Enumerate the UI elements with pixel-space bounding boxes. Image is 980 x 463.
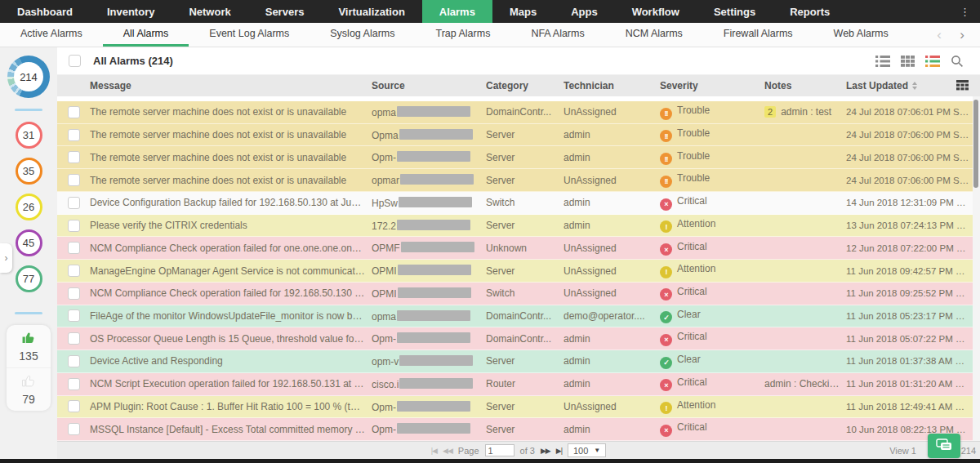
table-row[interactable]: ManageEngine OpManager Agent Service is …: [57, 260, 980, 283]
alarm-message[interactable]: FileAge of the monitor WindowsUpdateFile…: [90, 310, 372, 322]
nav-item-alarms[interactable]: Alarms: [422, 0, 492, 23]
alarm-message[interactable]: NCM Compliance Check operation failed fo…: [90, 243, 372, 254]
row-checkbox[interactable]: [68, 309, 80, 322]
table-row[interactable]: Device Configuration Backup failed for 1…: [57, 192, 980, 215]
nav-item-network[interactable]: Network: [172, 0, 247, 23]
severity-count-35[interactable]: 35: [16, 158, 42, 185]
table-row[interactable]: APM Plugin: Root Cause : 1. Buffer Hit R…: [57, 396, 980, 419]
nav-item-virtualization[interactable]: Virtualization: [321, 0, 421, 23]
tab-firewall-alarms[interactable]: Firewall Alarms: [703, 23, 813, 47]
column-chooser-icon[interactable]: [956, 80, 969, 93]
row-checkbox[interactable]: [68, 220, 80, 232]
nav-item-maps[interactable]: Maps: [492, 0, 554, 23]
alarm-message[interactable]: The remote server machine does not exist…: [90, 152, 372, 163]
tab-trap-alarms[interactable]: Trap Alarms: [415, 23, 510, 47]
nav-item-reports[interactable]: Reports: [773, 0, 847, 23]
row-checkbox[interactable]: [68, 332, 80, 345]
sort-icon[interactable]: [912, 82, 917, 90]
table-row[interactable]: Device Active and Respondingopm-vServera…: [57, 350, 980, 373]
prev-page-icon[interactable]: ◀◀: [443, 447, 452, 455]
row-checkbox[interactable]: [68, 197, 80, 209]
table-row[interactable]: MSSQL Instance [Default] - Excess Total …: [57, 418, 980, 441]
table-row[interactable]: OS Processor Queue Length is 15 Queue, t…: [57, 327, 980, 350]
nav-item-inventory[interactable]: Inventory: [90, 0, 172, 23]
notes-count-badge[interactable]: 2: [764, 106, 776, 118]
next-page-icon[interactable]: ▶▶: [541, 447, 550, 455]
table-row[interactable]: NCM Compliance Check operation failed fo…: [57, 283, 980, 305]
grid-view-icon[interactable]: [901, 56, 915, 67]
tab-event-log-alarms[interactable]: Event Log Alarms: [189, 23, 310, 47]
overflow-menu-icon[interactable]: ⋮: [950, 0, 980, 23]
nav-item-servers[interactable]: Servers: [248, 0, 322, 23]
tab-nfa-alarms[interactable]: NFA Alarms: [510, 23, 604, 47]
alarm-message[interactable]: Device Active and Responding: [90, 355, 372, 367]
alarm-message[interactable]: The remote server machine does not exist…: [90, 175, 372, 186]
nav-item-settings[interactable]: Settings: [697, 0, 773, 23]
row-checkbox[interactable]: [68, 151, 80, 163]
thumbs-up-filter[interactable]: 135: [7, 325, 51, 367]
alarm-message[interactable]: OS Processor Queue Length is 15 Queue, t…: [90, 333, 372, 345]
alarm-message[interactable]: The remote server machine does not exist…: [90, 129, 372, 140]
alarm-message[interactable]: ManageEngine OpManager Agent Service is …: [90, 265, 372, 277]
row-checkbox[interactable]: [68, 129, 80, 141]
chat-button[interactable]: [928, 434, 960, 458]
row-checkbox[interactable]: [68, 174, 80, 186]
alarm-message[interactable]: Device Configuration Backup failed for 1…: [90, 197, 372, 208]
col-severity[interactable]: Severity: [660, 80, 764, 91]
total-alarms-donut[interactable]: 214: [7, 56, 50, 98]
scrollbar-thumb[interactable]: [973, 100, 978, 188]
tab-all-alarms[interactable]: All Alarms: [103, 23, 189, 47]
list-view-icon[interactable]: [875, 56, 890, 67]
severity-count-26[interactable]: 26: [16, 194, 42, 220]
col-notes[interactable]: Notes: [764, 80, 846, 91]
severity-count-77[interactable]: 77: [16, 265, 42, 292]
alarm-message[interactable]: NCM Compliance Check operation failed fo…: [90, 287, 372, 299]
tabs-scroll-left-icon[interactable]: ‹: [928, 24, 951, 46]
row-checkbox[interactable]: [68, 423, 80, 435]
nav-item-apps[interactable]: Apps: [554, 0, 615, 23]
table-row[interactable]: FileAge of the monitor WindowsUpdateFile…: [57, 305, 980, 328]
severity-count-45[interactable]: 45: [16, 229, 42, 256]
table-scrollbar[interactable]: [973, 96, 980, 441]
severity-count-31[interactable]: 31: [16, 122, 42, 149]
row-checkbox[interactable]: [68, 106, 80, 118]
row-checkbox[interactable]: [68, 378, 80, 390]
last-page-icon[interactable]: ▶|: [556, 447, 562, 455]
page-size-dropdown[interactable]: 100▼: [568, 443, 606, 457]
tab-ncm-alarms[interactable]: NCM Alarms: [605, 23, 703, 47]
first-page-icon[interactable]: |◀: [431, 447, 437, 455]
col-source[interactable]: Source: [372, 80, 486, 91]
table-row[interactable]: The remote server machine does not exist…: [57, 146, 980, 169]
table-row[interactable]: The remote server machine does not exist…: [57, 101, 980, 124]
row-checkbox[interactable]: [68, 265, 80, 277]
alarm-message[interactable]: Please verify the CITRIX credentials: [90, 220, 372, 231]
severity-list-view-icon[interactable]: [925, 56, 940, 67]
table-row[interactable]: NCM Script Execution operation failed fo…: [57, 373, 980, 396]
row-checkbox[interactable]: [68, 355, 80, 367]
nav-item-dashboard[interactable]: Dashboard: [0, 0, 90, 23]
row-checkbox[interactable]: [68, 242, 80, 254]
tab-syslog-alarms[interactable]: Syslog Alarms: [310, 23, 415, 47]
page-number-input[interactable]: [485, 444, 514, 456]
tab-web-alarms[interactable]: Web Alarms: [813, 23, 909, 47]
col-message[interactable]: Message: [90, 80, 372, 91]
select-all-checkbox[interactable]: [69, 55, 81, 67]
row-checkbox[interactable]: [68, 287, 80, 300]
search-icon[interactable]: [951, 55, 964, 68]
row-checkbox[interactable]: [68, 400, 80, 412]
table-row[interactable]: The remote server machine does not exist…: [57, 169, 980, 192]
table-row[interactable]: NCM Compliance Check operation failed fo…: [57, 237, 980, 260]
tab-storage-alarms[interactable]: Storage Alarms: [909, 23, 928, 47]
sidebar-expand-handle[interactable]: ›: [0, 243, 12, 273]
tab-active-alarms[interactable]: Active Alarms: [0, 23, 103, 47]
table-row[interactable]: The remote server machine does not exist…: [57, 124, 980, 147]
alarm-message[interactable]: MSSQL Instance [Default] - Excess Total …: [90, 424, 372, 435]
alarm-message[interactable]: The remote server machine does not exist…: [90, 106, 372, 118]
col-technician[interactable]: Technician: [564, 80, 660, 91]
alarm-message[interactable]: APM Plugin: Root Cause : 1. Buffer Hit R…: [90, 401, 372, 412]
thumbs-down-filter[interactable]: 79: [7, 367, 51, 411]
nav-item-workflow[interactable]: Workflow: [615, 0, 697, 23]
col-category[interactable]: Category: [486, 80, 564, 91]
alarm-message[interactable]: NCM Script Execution operation failed fo…: [90, 378, 372, 390]
table-row[interactable]: Please verify the CITRIX credentials172.…: [57, 215, 980, 238]
